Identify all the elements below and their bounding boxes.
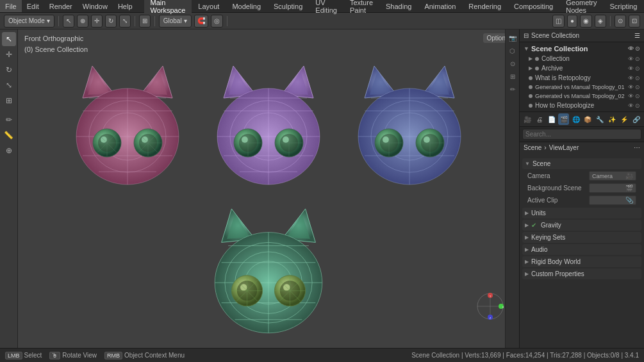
units-section-header[interactable]: ▶ Units bbox=[522, 208, 641, 218]
global-dropdown[interactable]: Global ▾ bbox=[159, 15, 192, 28]
menu-file[interactable]: File bbox=[0, 0, 22, 12]
workspace-modeling[interactable]: Modeling bbox=[226, 1, 267, 12]
properties-search-input[interactable] bbox=[522, 129, 641, 140]
viewport-shading-render[interactable]: ◈ bbox=[595, 15, 606, 28]
clip-icon-btn[interactable]: 📎 bbox=[625, 197, 633, 204]
rotate-icon[interactable]: ↻ bbox=[2, 63, 16, 77]
eye-icon-g2[interactable]: 👁 bbox=[628, 93, 634, 99]
annotate-icon[interactable]: ✏ bbox=[2, 113, 16, 127]
eye-icon[interactable]: 👁 bbox=[628, 45, 634, 52]
camera-value[interactable]: Camera 🎥 bbox=[589, 171, 636, 181]
bg-scene-icon-btn[interactable]: 🎬 bbox=[625, 185, 633, 192]
object-props-icon[interactable]: 📦 bbox=[582, 113, 593, 125]
cursor-tool-btn[interactable]: ⊕ bbox=[77, 15, 88, 28]
modifiers-props-icon[interactable]: 🔧 bbox=[595, 113, 606, 125]
workspace-texture[interactable]: Texture Paint bbox=[343, 0, 379, 15]
viewport-shading-material[interactable]: ◉ bbox=[580, 15, 592, 28]
menu-window[interactable]: Window bbox=[78, 0, 113, 12]
viewport-gizmo[interactable]: Y X Z bbox=[474, 290, 506, 322]
perspective-btn[interactable]: ⬡ bbox=[507, 45, 518, 56]
camera-view-btn[interactable]: 📷 bbox=[507, 32, 518, 44]
world-props-icon[interactable]: 🌐 bbox=[570, 113, 581, 125]
workspace-scripting[interactable]: Scripting bbox=[604, 1, 644, 12]
scale-icon[interactable]: ⤡ bbox=[2, 78, 16, 92]
scene-props-icon[interactable]: 🎬 bbox=[558, 113, 569, 125]
rotate-tool-btn[interactable]: ↻ bbox=[105, 15, 117, 28]
eye-icon-a[interactable]: 👁 bbox=[628, 65, 634, 72]
workspace-shading[interactable]: Shading bbox=[379, 1, 418, 12]
overlay-toggle[interactable]: ⊙ bbox=[615, 15, 626, 28]
rigid-body-section-header[interactable]: ▶ Rigid Body World bbox=[522, 256, 641, 267]
camera-row: Camera Camera 🎥 bbox=[522, 170, 641, 182]
keying-sets-section-header[interactable]: ▶ Keying Sets bbox=[522, 232, 641, 243]
tree-item-howto[interactable]: How to Retopologize 👁⊙ bbox=[520, 101, 644, 110]
render-icon-h[interactable]: ⊙ bbox=[635, 103, 640, 109]
eye-icon-g1[interactable]: 👁 bbox=[628, 84, 634, 90]
render-eye-icon[interactable]: ⊙ bbox=[635, 45, 640, 52]
eye-icon-h[interactable]: 👁 bbox=[628, 103, 634, 109]
tree-item-archive[interactable]: ▶ Archive 👁⊙ bbox=[520, 63, 644, 73]
select-tool-btn[interactable]: ↖ bbox=[63, 15, 74, 28]
cursor-icon[interactable]: ↖ bbox=[2, 32, 16, 46]
transform-icon[interactable]: ⊞ bbox=[2, 94, 16, 108]
measure-icon[interactable]: 📏 bbox=[2, 128, 16, 142]
workspace-compositing[interactable]: Compositing bbox=[508, 1, 559, 12]
context-menu-label: Object Context Menu bbox=[124, 352, 185, 359]
viewport[interactable]: Front Orthographic (0) Scene Collection … bbox=[18, 29, 519, 348]
render-props-icon[interactable]: 🎥 bbox=[522, 113, 533, 125]
render-icon-a[interactable]: ⊙ bbox=[635, 65, 640, 72]
physics-props-icon[interactable]: ⚡ bbox=[618, 113, 629, 125]
render-icon-g1[interactable]: ⊙ bbox=[635, 84, 640, 90]
workspace-main[interactable]: Main Workspace bbox=[144, 0, 192, 15]
move-tool-btn[interactable]: ✛ bbox=[91, 15, 103, 28]
tree-item-collection[interactable]: ▶ Collection 👁⊙ bbox=[520, 54, 644, 63]
view-layer-props-icon[interactable]: 📄 bbox=[547, 113, 557, 125]
object-mode-dropdown[interactable]: Object Mode ▾ bbox=[4, 15, 54, 28]
audio-section-header[interactable]: ▶ Audio bbox=[522, 244, 641, 255]
workspace-uv[interactable]: UV Editing bbox=[309, 0, 343, 15]
constraints-props-icon[interactable]: 🔗 bbox=[631, 113, 641, 125]
breadcrumb-expand-icon[interactable]: ⋯ bbox=[634, 144, 640, 151]
particles-props-icon[interactable]: ✨ bbox=[607, 113, 618, 125]
annotation-btn[interactable]: ✏ bbox=[507, 83, 518, 95]
menu-render[interactable]: Render bbox=[44, 0, 78, 12]
proportional-btn[interactable]: ◎ bbox=[211, 15, 223, 28]
scene-section-header[interactable]: ▼ Scene bbox=[522, 158, 641, 169]
render-icon-w[interactable]: ⊙ bbox=[635, 75, 640, 81]
render-icon-c[interactable]: ⊙ bbox=[635, 56, 640, 62]
workspace-layout[interactable]: Layout bbox=[192, 1, 226, 12]
local-view-btn[interactable]: ⊙ bbox=[507, 58, 518, 69]
tree-collapse-icon[interactable]: ▼ bbox=[524, 45, 529, 52]
custom-props-section: ▶ Custom Properties bbox=[522, 268, 641, 279]
gravity-checkbox[interactable]: ✔ bbox=[531, 222, 536, 229]
workspace-geometry[interactable]: Geometry Nodes bbox=[559, 0, 603, 15]
output-props-icon[interactable]: 🖨 bbox=[534, 113, 545, 125]
eye-icon-c[interactable]: 👁 bbox=[628, 56, 634, 62]
overlay-btn[interactable]: ⊞ bbox=[507, 70, 518, 82]
eye-icon-w[interactable]: 👁 bbox=[628, 75, 634, 81]
transform-tool-btn[interactable]: ⊞ bbox=[139, 15, 151, 28]
workspace-rendering[interactable]: Rendering bbox=[462, 1, 508, 12]
xray-toggle[interactable]: ⊡ bbox=[629, 15, 640, 28]
view-icon[interactable]: ☰ bbox=[634, 32, 640, 39]
gravity-section-header[interactable]: ▶ ✔ Gravity bbox=[522, 220, 641, 231]
viewport-shading-wire[interactable]: ◫ bbox=[552, 15, 565, 28]
tree-item-gen-manual-01[interactable]: Generated vs Manual Topology_01 👁⊙ bbox=[520, 83, 644, 92]
rotate-status: 🖱 Rotate View bbox=[49, 352, 97, 359]
move-icon[interactable]: ✛ bbox=[2, 47, 16, 62]
menu-help[interactable]: Help bbox=[113, 0, 138, 12]
scale-tool-btn[interactable]: ⤡ bbox=[119, 15, 131, 28]
tree-item-gen-manual-02[interactable]: Generated vs Manual Topology_02 👁⊙ bbox=[520, 92, 644, 101]
background-scene-value[interactable]: 🎬 bbox=[589, 183, 636, 193]
add-primitive-icon[interactable]: ⊕ bbox=[2, 144, 16, 158]
workspace-sculpting[interactable]: Sculpting bbox=[267, 1, 309, 12]
camera-icon-btn[interactable]: 🎥 bbox=[625, 172, 633, 179]
tree-item-whatisretopo[interactable]: What is Retopology 👁⊙ bbox=[520, 73, 644, 83]
viewport-shading-solid[interactable]: ● bbox=[567, 15, 577, 28]
active-clip-value[interactable]: 📎 bbox=[589, 195, 636, 205]
snap-btn[interactable]: 🧲 bbox=[194, 15, 208, 28]
menu-edit[interactable]: Edit bbox=[22, 0, 44, 12]
custom-props-section-header[interactable]: ▶ Custom Properties bbox=[522, 268, 641, 279]
workspace-animation[interactable]: Animation bbox=[418, 1, 462, 12]
render-icon-g2[interactable]: ⊙ bbox=[635, 93, 640, 99]
